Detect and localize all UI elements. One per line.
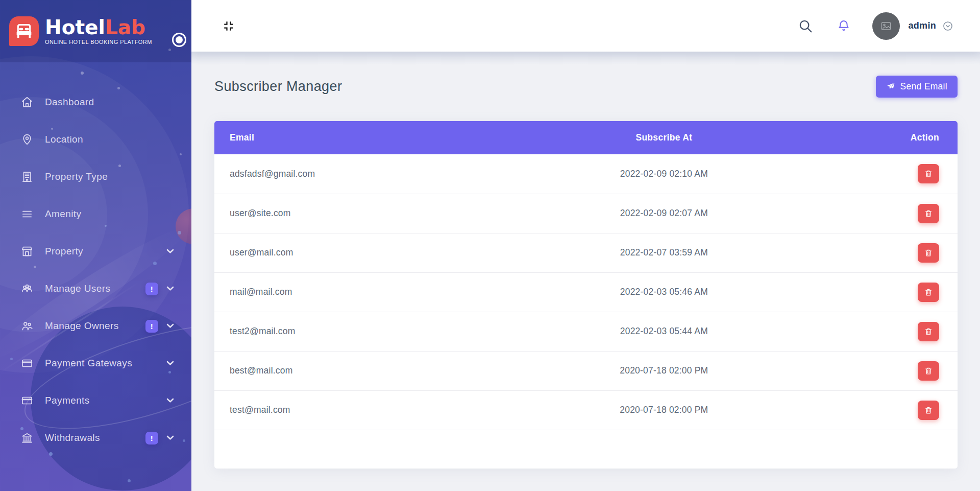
bell-icon[interactable] <box>837 19 851 33</box>
alert-badge: ! <box>145 320 158 333</box>
bank-icon <box>20 431 34 445</box>
sidebar-item-location[interactable]: Location <box>0 128 191 151</box>
chevron-down-icon <box>166 361 174 366</box>
radio-circle-icon[interactable] <box>172 33 186 47</box>
subscribe-date: 2022-02-09 02:07 AM <box>542 194 787 233</box>
subscribe-date: 2020-07-18 02:00 PM <box>542 351 787 390</box>
chevron-down-icon <box>166 249 174 254</box>
trash-icon <box>924 209 933 218</box>
credit-card-icon <box>20 357 34 370</box>
sidebar-item-withdrawals[interactable]: Withdrawals! <box>0 427 191 449</box>
table-row: test@mail.com2020-07-18 02:00 PM <box>214 390 958 430</box>
trash-icon <box>924 288 933 297</box>
subscribers-card: Email Subscribe At Action adsfadsf@gmail… <box>214 121 958 469</box>
subscribers-table: Email Subscribe At Action adsfadsf@gmail… <box>214 121 958 469</box>
subscriber-email: user@mail.com <box>214 233 542 272</box>
delete-subscriber-button[interactable] <box>918 322 939 341</box>
sidebar-item-property-type[interactable]: Property Type <box>0 166 191 188</box>
subscribe-date: 2022-02-03 05:46 AM <box>542 272 787 312</box>
delete-subscriber-button[interactable] <box>918 361 939 381</box>
list-icon <box>20 207 34 221</box>
sidebar-item-label: Property Type <box>45 171 108 182</box>
table-row: adsfadsf@gmail.com2022-02-09 02:10 AM <box>214 154 958 194</box>
alert-badge: ! <box>145 432 158 445</box>
two-users-icon <box>20 319 34 333</box>
alert-badge: ! <box>145 283 158 295</box>
sidebar-item-label: Payments <box>45 395 90 406</box>
topbar: admin <box>191 0 980 52</box>
brand-name: HotelLab <box>45 17 152 37</box>
delete-subscriber-button[interactable] <box>918 283 939 302</box>
paper-plane-icon <box>886 82 895 91</box>
sidebar-item-label: Property <box>45 246 83 257</box>
subscriber-email: mail@mail.com <box>214 272 542 312</box>
trash-icon <box>924 327 933 336</box>
table-row: test2@mail.com2022-02-03 05:44 AM <box>214 312 958 351</box>
chevron-down-icon <box>166 286 174 291</box>
page-title: Subscriber Manager <box>214 79 342 95</box>
table-row: mail@mail.com2022-02-03 05:46 AM <box>214 272 958 312</box>
subscribe-date: 2020-07-18 02:00 PM <box>542 390 787 430</box>
delete-subscriber-button[interactable] <box>918 243 939 263</box>
home-icon <box>20 96 34 109</box>
column-header-subscribe-at: Subscribe At <box>542 121 787 154</box>
table-row: user@mail.com2022-02-07 03:59 AM <box>214 233 958 272</box>
sidebar-item-amenity[interactable]: Amenity <box>0 203 191 225</box>
subscribe-date: 2022-02-03 05:44 AM <box>542 312 787 351</box>
sidebar-item-payment-gateways[interactable]: Payment Gateways <box>0 352 191 375</box>
sidebar-item-dashboard[interactable]: Dashboard <box>0 91 191 113</box>
sidebar-item-manage-users[interactable]: Manage Users! <box>0 277 191 300</box>
sidebar-item-payments[interactable]: Payments <box>0 389 191 412</box>
compress-icon[interactable] <box>221 18 236 34</box>
search-icon[interactable] <box>798 18 813 34</box>
subscriber-email: best@mail.com <box>214 351 542 390</box>
subscriber-email: adsfadsf@gmail.com <box>214 154 542 194</box>
column-header-email: Email <box>214 121 542 154</box>
image-placeholder-icon <box>880 20 892 32</box>
sidebar-item-label: Withdrawals <box>45 432 100 443</box>
main-content: Subscriber Manager Send Email Email Subs… <box>191 52 980 491</box>
sidebar-item-manage-owners[interactable]: Manage Owners! <box>0 315 191 337</box>
subscribe-date: 2022-02-09 02:10 AM <box>542 154 787 194</box>
chevron-down-circle-icon[interactable] <box>942 20 953 32</box>
trash-icon <box>924 406 933 415</box>
sidebar: HotelLab ONLINE HOTEL BOOKING PLATFORM D… <box>0 0 191 491</box>
bed-icon <box>9 16 39 46</box>
trash-icon <box>924 366 933 376</box>
delete-subscriber-button[interactable] <box>918 401 939 420</box>
chevron-down-icon <box>166 398 174 403</box>
delete-subscriber-button[interactable] <box>918 164 939 183</box>
chevron-down-icon <box>166 323 174 329</box>
table-row: best@mail.com2020-07-18 02:00 PM <box>214 351 958 390</box>
sidebar-menu: DashboardLocationProperty TypeAmenityPro… <box>0 62 191 449</box>
sidebar-item-property[interactable]: Property <box>0 240 191 263</box>
users-group-icon <box>20 282 34 295</box>
empty-row <box>214 430 958 469</box>
map-pin-icon <box>20 133 34 146</box>
avatar[interactable] <box>872 12 900 40</box>
sidebar-item-label: Manage Owners <box>45 320 119 332</box>
subscriber-email: user@site.com <box>214 194 542 233</box>
subscriber-email: test@mail.com <box>214 390 542 430</box>
sidebar-item-label: Payment Gateways <box>45 358 132 369</box>
sidebar-item-label: Amenity <box>45 208 81 220</box>
sidebar-item-label: Manage Users <box>45 283 110 294</box>
store-icon <box>20 245 34 258</box>
trash-icon <box>924 169 933 178</box>
user-name[interactable]: admin <box>908 20 936 31</box>
subscriber-email: test2@mail.com <box>214 312 542 351</box>
brand-tagline: ONLINE HOTEL BOOKING PLATFORM <box>45 39 152 45</box>
send-email-button[interactable]: Send Email <box>876 76 958 98</box>
credit-card-icon <box>20 394 34 407</box>
column-header-action: Action <box>787 121 958 154</box>
sidebar-item-label: Dashboard <box>45 97 94 108</box>
subscribe-date: 2022-02-07 03:59 AM <box>542 233 787 272</box>
chevron-down-icon <box>166 435 174 440</box>
delete-subscriber-button[interactable] <box>918 204 939 223</box>
table-row: user@site.com2022-02-09 02:07 AM <box>214 194 958 233</box>
trash-icon <box>924 248 933 258</box>
sidebar-item-label: Location <box>45 134 83 145</box>
building-icon <box>20 170 34 183</box>
logo[interactable]: HotelLab ONLINE HOTEL BOOKING PLATFORM <box>0 0 191 62</box>
